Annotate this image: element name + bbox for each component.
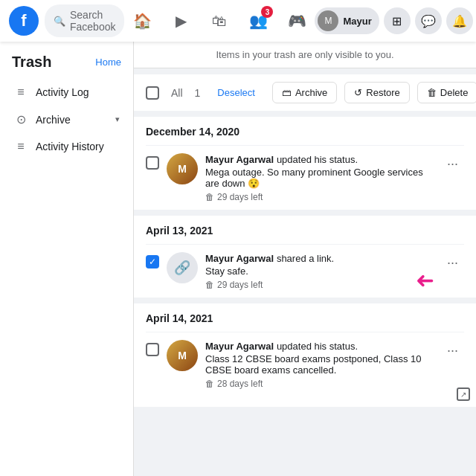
user-name: Mayur <box>343 16 371 27</box>
post-1-days-left: 29 days left <box>217 280 263 290</box>
sidebar-item-activity-log[interactable]: ≡ Activity Log <box>6 80 127 105</box>
logo-letter: f <box>21 11 26 30</box>
post-1-author: Mayur Agarwal <box>205 253 274 264</box>
post-0-avatar: M <box>167 153 198 184</box>
post-item-2: M Mayur Agarwal updated his status. Clas… <box>146 332 464 396</box>
restore-icon: ↺ <box>354 87 362 98</box>
pink-arrow-icon: ➜ <box>416 267 434 293</box>
post-0-author: Mayur Agarwal <box>205 154 274 165</box>
search-icon: 🔍 <box>54 16 65 27</box>
sidebar-home-link[interactable]: Home <box>95 57 121 68</box>
nav-gaming-btn[interactable]: 🎮 <box>279 3 315 39</box>
date-dec-2020: December 14, 2020 <box>146 126 464 138</box>
post-0-action: updated his status. <box>277 154 358 165</box>
nav-right: M Mayur ⊞ 💬 🔔 ▾ <box>315 7 476 34</box>
fb-logo[interactable]: f <box>9 6 39 36</box>
section-dec-2020: December 14, 2020 M Mayur Agarwal update… <box>134 117 476 210</box>
info-banner: Items in your trash are only visible to … <box>134 42 476 68</box>
post-0-content: Mayur Agarwal updated his status. Mega o… <box>205 153 434 202</box>
sidebar-activity-history-label: Activity History <box>36 141 104 152</box>
post-0-text: Mega outage. So many prominent Google se… <box>205 167 434 189</box>
sidebar-header: Trash Home <box>6 54 127 80</box>
post-1-text: Stay safe. <box>205 266 434 277</box>
post-1-content: Mayur Agarwal shared a link. Stay safe. … <box>205 252 434 290</box>
user-avatar: M <box>318 10 338 31</box>
post-item-1: 🔗 Mayur Agarwal shared a link. Stay safe… <box>146 244 464 298</box>
sidebar-activity-log-label: Activity Log <box>36 86 89 98</box>
post-2-more-btn[interactable]: ··· <box>441 340 464 361</box>
post-1-avatar: 🔗 <box>167 252 198 283</box>
post-0-more-btn[interactable]: ··· <box>441 153 464 175</box>
post-1-header: Mayur Agarwal shared a link. <box>205 252 434 264</box>
delete-button[interactable]: 🗑 Delete <box>417 82 476 103</box>
post-0-checkbox[interactable] <box>146 156 159 170</box>
post-2-avatar: M <box>167 340 198 371</box>
sidebar-item-archive[interactable]: ⊙ Archive ▾ <box>6 106 127 132</box>
sidebar: Trash Home ≡ Activity Log ⊙ Archive ▾ ≡ … <box>0 42 134 476</box>
date-apr13-2021: April 13, 2021 <box>146 225 464 237</box>
post-0-days-left: 29 days left <box>217 192 263 202</box>
section-apr13-2021: April 13, 2021 🔗 Mayur Agarwal shared a … <box>134 216 476 298</box>
delete-label: Delete <box>440 87 469 98</box>
restore-label: Restore <box>366 87 400 98</box>
nav-video-btn[interactable]: ▶ <box>163 3 199 39</box>
post-2-content: Mayur Agarwal updated his status. Class … <box>205 340 434 389</box>
archive-button[interactable]: 🗃 Archive <box>272 82 337 103</box>
post-2-days-left: 28 days left <box>217 379 263 389</box>
post-1-meta: 🗑 29 days left <box>205 280 434 290</box>
nav-store-btn[interactable]: 🛍 <box>202 3 237 39</box>
top-nav: f 🔍 Search Facebook 🏠 ▶ 🛍 👥 3 🎮 M Mayur … <box>0 0 476 42</box>
all-label: All <box>171 87 183 99</box>
sidebar-title: Trash <box>12 54 51 71</box>
deselect-label: Deselect <box>217 87 255 98</box>
messenger-btn[interactable]: 💬 <box>415 7 442 34</box>
archive-label: Archive <box>295 87 327 98</box>
nav-groups-btn[interactable]: 👥 3 <box>240 3 276 39</box>
post-1-trash-icon: 🗑 <box>205 280 214 290</box>
post-0-trash-icon: 🗑 <box>205 192 214 202</box>
restore-button[interactable]: ↺ Restore <box>344 82 410 103</box>
post-0-meta: 🗑 29 days left <box>205 192 434 202</box>
post-2-header: Mayur Agarwal updated his status. <box>205 340 434 352</box>
post-2-text: Class 12 CBSE board exams postponed, Cla… <box>205 353 434 376</box>
post-2-trash-icon: 🗑 <box>205 379 214 389</box>
search-placeholder: Search Facebook <box>70 9 115 33</box>
notifications-btn[interactable]: 🔔 <box>446 7 473 34</box>
search-bar[interactable]: 🔍 Search Facebook <box>45 4 124 37</box>
main-content: Items in your trash are only visible to … <box>134 42 476 476</box>
post-1-more-btn[interactable]: ··· <box>441 252 464 274</box>
nav-home-btn[interactable]: 🏠 <box>124 3 160 39</box>
info-banner-text: Items in your trash are only visible to … <box>216 49 393 60</box>
archive-icon: ⊙ <box>13 112 28 126</box>
select-all-wrapper[interactable] <box>146 86 159 100</box>
section-apr14-2021: April 14, 2021 M Mayur Agarwal updated h… <box>134 303 476 407</box>
post-0-header: Mayur Agarwal updated his status. <box>205 153 434 165</box>
delete-icon: 🗑 <box>427 87 437 98</box>
post-2-meta: 🗑 28 days left <box>205 379 434 389</box>
deselect-button[interactable]: Deselect <box>208 82 265 103</box>
sidebar-archive-label: Archive <box>36 114 71 126</box>
activity-log-icon: ≡ <box>13 86 28 99</box>
post-2-author: Mayur Agarwal <box>205 341 274 352</box>
post-1-checkbox[interactable] <box>146 255 159 268</box>
action-bar: All 1 Deselect 🗃 Archive ↺ Restore 🗑 Del… <box>134 74 476 111</box>
post-2-checkbox[interactable] <box>146 343 159 356</box>
archive-arrow-icon: ▾ <box>115 115 120 124</box>
archive-icon-btn: 🗃 <box>282 87 292 98</box>
external-link-icon[interactable]: ↗ <box>457 387 470 401</box>
sidebar-item-activity-history[interactable]: ≡ Activity History <box>6 134 127 159</box>
layout: Trash Home ≡ Activity Log ⊙ Archive ▾ ≡ … <box>0 42 476 476</box>
date-apr14-2021: April 14, 2021 <box>146 312 464 324</box>
post-2-action: updated his status. <box>277 341 358 352</box>
user-chip[interactable]: M Mayur <box>315 7 379 34</box>
groups-badge: 3 <box>261 6 273 18</box>
activity-history-icon: ≡ <box>13 140 28 153</box>
nav-center-icons: 🏠 ▶ 🛍 👥 3 🎮 <box>124 3 315 39</box>
post-item-0: M Mayur Agarwal updated his status. Mega… <box>146 145 464 210</box>
grid-btn[interactable]: ⊞ <box>384 7 411 34</box>
select-all-checkbox[interactable] <box>146 86 159 100</box>
post-1-action: shared a link. <box>277 253 334 264</box>
count-label: 1 <box>195 87 201 99</box>
